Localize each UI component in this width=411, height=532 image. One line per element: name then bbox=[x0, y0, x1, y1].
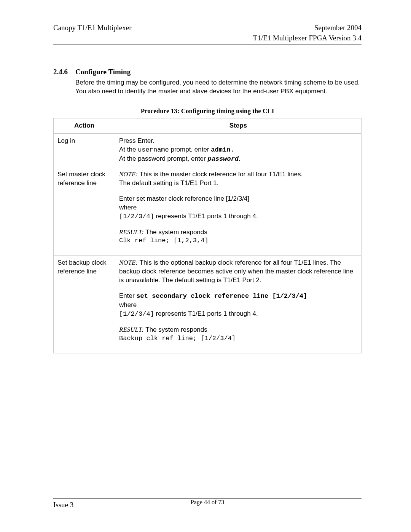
table-row: Log in Press Enter. At the username prom… bbox=[54, 134, 362, 167]
result-label: RESULT: bbox=[119, 326, 144, 333]
cell-steps: Press Enter. At the username prompt, ent… bbox=[115, 134, 362, 167]
step-line: [1/2/3/4] represents T1/E1 ports 1 throu… bbox=[119, 212, 357, 221]
step-line: NOTE: This is the master clock reference… bbox=[119, 170, 357, 179]
header-rule bbox=[53, 45, 362, 45]
step-line: NOTE: This is the optional backup clock … bbox=[119, 259, 357, 285]
cell-steps: NOTE: This is the master clock reference… bbox=[115, 167, 362, 256]
spacer bbox=[119, 319, 357, 326]
note-label: NOTE: bbox=[119, 171, 138, 178]
step-line: where bbox=[119, 301, 357, 310]
code-output: Backup clk ref line; [1/2/3/4] bbox=[119, 334, 357, 343]
page-footer: Issue 3 x Page 44 of 73 bbox=[53, 497, 362, 509]
cell-steps: NOTE: This is the optional backup clock … bbox=[115, 256, 362, 353]
code-bold-italic: password bbox=[207, 155, 239, 163]
col-head-steps: Steps bbox=[115, 118, 362, 134]
header-right: September 2004 T1/E1 Multiplexer FPGA Ve… bbox=[253, 23, 362, 43]
step-line: At the password prompt, enter password. bbox=[119, 155, 357, 164]
section-heading: 2.4.6 Configure Timing bbox=[53, 68, 362, 76]
spacer bbox=[119, 343, 357, 350]
header-date: September 2004 bbox=[253, 23, 362, 33]
section-number: 2.4.6 bbox=[53, 68, 75, 76]
cell-action: Set master clock reference line bbox=[54, 167, 115, 256]
step-line: Enter set master clock reference line [1… bbox=[119, 195, 357, 203]
header-version: T1/E1 Multiplexer FPGA Version 3.4 bbox=[253, 33, 362, 43]
note-label: NOTE: bbox=[119, 259, 138, 266]
cell-action: Log in bbox=[54, 134, 115, 167]
step-line: At the username prompt, enter admin. bbox=[119, 145, 357, 155]
spacer bbox=[119, 285, 357, 292]
cell-action: Set backup clock reference line bbox=[54, 256, 115, 353]
step-line: Enter set secondary clock reference line… bbox=[119, 292, 357, 301]
step-line: where bbox=[119, 203, 357, 212]
step-line: The default setting is T1/E1 Port 1. bbox=[119, 179, 357, 188]
table-header-row: Action Steps bbox=[54, 118, 362, 134]
spacer bbox=[119, 221, 357, 228]
section-body-text: Before the timing may be configured, you… bbox=[75, 78, 362, 96]
spacer bbox=[119, 245, 357, 252]
table-row: Set backup clock reference line NOTE: Th… bbox=[54, 256, 362, 353]
table-row: Set master clock reference line NOTE: Th… bbox=[54, 167, 362, 256]
step-line: RESULT: The system responds bbox=[119, 228, 357, 237]
col-head-action: Action bbox=[54, 118, 115, 134]
section: 2.4.6 Configure Timing Before the timing… bbox=[53, 68, 362, 96]
result-label: RESULT: bbox=[119, 228, 144, 236]
procedure-table: Action Steps Log in Press Enter. At the … bbox=[53, 118, 362, 353]
spacer bbox=[119, 188, 357, 195]
page-header: Canopy T1/E1 Multiplexer September 2004 … bbox=[53, 23, 362, 43]
code-output: Clk ref line; [1,2,3,4] bbox=[119, 236, 357, 245]
step-line: Press Enter. bbox=[119, 137, 357, 145]
header-left: Canopy T1/E1 Multiplexer bbox=[53, 23, 131, 43]
code-text: username bbox=[138, 146, 169, 153]
procedure-title: Procedure 13: Configuring timing using t… bbox=[53, 107, 362, 115]
step-line: [1/2/3/4] represents T1/E1 ports 1 throu… bbox=[119, 310, 357, 319]
code-text: [1/2/3/4] bbox=[119, 310, 154, 318]
code-bold: set secondary clock reference line [1/2/… bbox=[136, 292, 307, 300]
page-number: 44 bbox=[204, 499, 210, 505]
section-title: Configure Timing bbox=[75, 68, 131, 76]
step-line: RESULT: The system responds bbox=[119, 326, 357, 334]
code-bold: admin. bbox=[211, 146, 234, 153]
code-text: [1/2/3/4] bbox=[119, 213, 154, 220]
footer-center: Page 44 of 73 bbox=[53, 499, 362, 506]
